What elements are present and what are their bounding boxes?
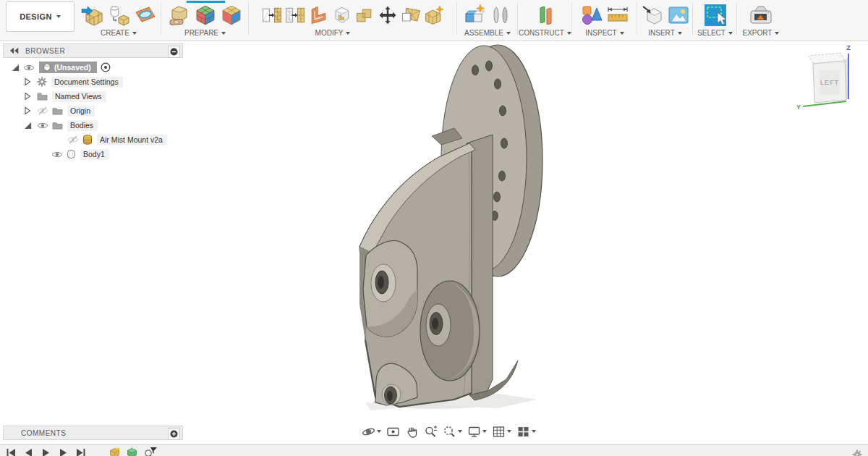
- tree-row-named-views[interactable]: Named Views: [24, 90, 106, 103]
- collapsed-arrow-icon[interactable]: [24, 106, 31, 115]
- shell-icon[interactable]: [307, 3, 329, 28]
- erase-fill-icon[interactable]: [331, 3, 352, 28]
- grid-settings-tool[interactable]: [492, 425, 511, 439]
- browser-title: BROWSER: [25, 47, 65, 55]
- display-settings-tool[interactable]: [467, 425, 487, 439]
- eye-icon[interactable]: [51, 151, 63, 159]
- expanded-arrow-icon[interactable]: [24, 122, 32, 130]
- timeline-feature-group-icon[interactable]: [127, 447, 137, 456]
- chevron-down-icon: [506, 32, 511, 35]
- tree-label[interactable]: Named Views: [52, 91, 106, 102]
- pan-icon[interactable]: [405, 425, 419, 439]
- group-insert: INSERT: [638, 0, 692, 41]
- plane-cut-icon[interactable]: [400, 3, 422, 28]
- eye-hidden-icon[interactable]: [67, 135, 79, 144]
- tree-row-origin[interactable]: Origin: [24, 104, 95, 117]
- view-cube[interactable]: LEFT Z Y: [796, 43, 865, 113]
- browser-collapse-button[interactable]: [168, 46, 180, 58]
- group-create-menu[interactable]: CREATE: [101, 29, 137, 37]
- mesh-body-icon: [82, 135, 93, 145]
- viewports-tool[interactable]: [516, 425, 536, 439]
- group-inspect-menu[interactable]: INSPECT: [585, 29, 624, 37]
- export-make-icon[interactable]: [749, 3, 773, 28]
- group-modify: MODIFY: [250, 0, 456, 41]
- group-prepare: PREPARE: [162, 0, 248, 41]
- group-assemble-menu[interactable]: ASSEMBLE: [464, 29, 511, 37]
- group-prepare-menu[interactable]: PREPARE: [184, 29, 226, 37]
- timeline-play-icon[interactable]: [41, 447, 51, 456]
- reduce-mesh-icon[interactable]: [284, 3, 306, 28]
- look-at-icon[interactable]: [386, 425, 400, 439]
- tree-row-mesh-body[interactable]: Air Mist Mount v2a: [67, 133, 167, 146]
- convert-mesh-star-icon[interactable]: [423, 3, 445, 28]
- chevron-down-icon: [775, 32, 779, 35]
- timeline-feature-mesh-icon[interactable]: [109, 447, 120, 456]
- zoom-icon[interactable]: [424, 425, 438, 439]
- tree-row-document-settings[interactable]: Document Settings: [24, 75, 123, 88]
- tree-row-document[interactable]: (Unsaved): [12, 61, 111, 74]
- construct-plane-icon[interactable]: [533, 3, 558, 28]
- timeline-settings-gear-icon[interactable]: [852, 449, 862, 456]
- timeline-search-filter-icon[interactable]: [144, 447, 157, 456]
- view-cube-face-label[interactable]: LEFT: [820, 78, 839, 86]
- eye-icon[interactable]: [37, 122, 48, 130]
- measure-shapes-icon[interactable]: [579, 3, 604, 28]
- group-modify-menu[interactable]: MODIFY: [315, 29, 351, 37]
- insert-derive-icon[interactable]: [640, 3, 665, 28]
- timeline-step-back-icon[interactable]: [23, 447, 34, 456]
- folder-icon: [37, 92, 48, 101]
- tree-row-bodies[interactable]: Bodies: [24, 119, 98, 132]
- tree-label[interactable]: Origin: [67, 106, 95, 117]
- remesh-icon[interactable]: [261, 3, 283, 28]
- collapse-panel-icon[interactable]: [9, 46, 20, 55]
- group-insert-menu[interactable]: INSERT: [648, 29, 682, 37]
- chevron-down-icon: [482, 430, 487, 433]
- eye-icon[interactable]: [23, 64, 35, 72]
- convert-mesh-icon[interactable]: [106, 3, 131, 28]
- insert-mesh-icon[interactable]: [80, 3, 105, 28]
- group-select-menu[interactable]: SELECT: [697, 29, 733, 37]
- chevron-down-icon: [458, 430, 462, 433]
- tree-label[interactable]: Document Settings: [51, 77, 123, 88]
- chevron-down-icon: [728, 32, 733, 35]
- chevron-down-icon: [532, 430, 536, 433]
- group-export: EXPORT: [738, 0, 784, 41]
- timeline-skip-start-icon[interactable]: [6, 447, 17, 456]
- workspace-switcher[interactable]: DESIGN: [6, 1, 75, 32]
- browser-panel-header[interactable]: BROWSER: [3, 43, 183, 58]
- fit-tool[interactable]: [443, 425, 462, 439]
- grid-icon: [492, 425, 506, 439]
- group-export-menu[interactable]: EXPORT: [743, 29, 780, 37]
- add-comment-button[interactable]: [168, 428, 180, 440]
- document-name: (Unsaved): [54, 63, 91, 72]
- comments-panel-header[interactable]: COMMENTS: [3, 426, 183, 440]
- comments-title: COMMENTS: [21, 429, 66, 437]
- measure-distance-icon[interactable]: [605, 3, 630, 28]
- eye-hidden-icon[interactable]: [37, 106, 48, 115]
- tree-row-body1[interactable]: Body1: [51, 148, 109, 161]
- tree-label[interactable]: Body1: [80, 149, 109, 160]
- orbit-tool[interactable]: [362, 425, 381, 439]
- joint-icon[interactable]: [488, 3, 513, 28]
- group-construct-menu[interactable]: CONSTRUCT: [519, 29, 571, 37]
- canvas-icon[interactable]: [666, 3, 691, 28]
- tree-label[interactable]: Bodies: [67, 120, 98, 131]
- timeline-skip-end-icon[interactable]: [75, 447, 86, 456]
- new-component-icon[interactable]: [462, 3, 487, 28]
- expanded-arrow-icon[interactable]: [12, 64, 20, 72]
- display-settings-icon: [467, 425, 481, 439]
- activate-target-icon[interactable]: [101, 62, 111, 72]
- move-icon[interactable]: [377, 3, 399, 28]
- collapsed-arrow-icon[interactable]: [24, 92, 31, 101]
- paint-face-groups-icon[interactable]: [219, 3, 244, 28]
- timeline-step-forward-icon[interactable]: [58, 447, 69, 456]
- viewport-3d-model[interactable]: [0, 41, 868, 444]
- repair-mesh-icon[interactable]: [167, 3, 192, 28]
- combine-icon[interactable]: [354, 3, 375, 28]
- tree-label[interactable]: Air Mist Mount v2a: [97, 135, 167, 145]
- collapsed-arrow-icon[interactable]: [24, 77, 31, 86]
- select-icon[interactable]: [703, 3, 728, 28]
- generate-face-groups-icon[interactable]: [193, 3, 218, 28]
- document-chip[interactable]: (Unsaved): [39, 62, 97, 73]
- mesh-section-sketch-icon[interactable]: [132, 3, 157, 28]
